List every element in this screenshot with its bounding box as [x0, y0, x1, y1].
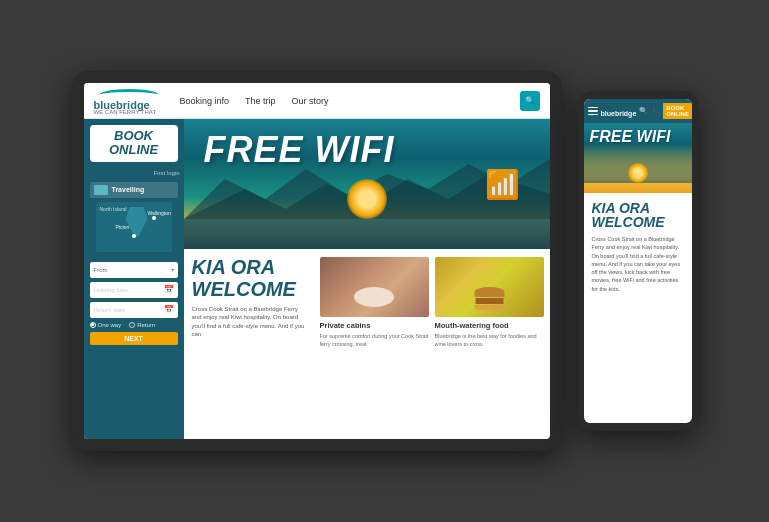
return-date-text: Return date [94, 307, 125, 313]
tablet-device: bluebridge WE CAN FERRY THAT Booking inf… [72, 71, 562, 451]
phone-kia-ora: KIA ORA [592, 201, 684, 215]
phone-welcome: WELCOME [592, 215, 684, 229]
cabin-card-title: Private cabins [320, 321, 429, 330]
nz-map: North Island Picton Wellington [96, 202, 172, 252]
from-select[interactable]: From ▾ [90, 262, 178, 278]
north-island-label: North Island [100, 206, 127, 212]
chevron-down-icon: ▾ [171, 266, 174, 273]
hero-wifi-heading: FREE WIFI [204, 129, 395, 171]
phone-logo-text: bluebridge [601, 110, 637, 117]
book-online-badge[interactable]: BOOK ONLINE [90, 125, 178, 162]
trip-type-radio: One way Return [90, 322, 178, 328]
book-text-line2: ONLINE [96, 143, 172, 157]
main-text-column: KIA ORA WELCOME Cross Cook Strait on a B… [184, 249, 314, 439]
ham-line-3 [588, 114, 598, 116]
kia-ora-text: KIA ORA [192, 257, 306, 277]
food-image [435, 257, 544, 317]
welcome-text: WELCOME [192, 279, 306, 299]
next-button[interactable]: NEXT [90, 332, 178, 345]
bun-bottom [474, 305, 504, 310]
phone-search-icon[interactable]: 🔍 [639, 107, 648, 115]
main-content: BOOK ONLINE First login Travelling North… [84, 119, 550, 439]
card-food: Mouth-watering food Bluebridge is the be… [435, 257, 544, 431]
food-card-title: Mouth-watering food [435, 321, 544, 330]
food-card-text: Bluebridge is the best way for foodies a… [435, 333, 544, 348]
travelling-label: Travelling [112, 186, 145, 193]
picton-label: Picton [116, 224, 130, 230]
hero-sun [347, 179, 387, 219]
logo-subtext: WE CAN FERRY THAT [94, 109, 157, 115]
phone-device: bluebridge 🔍 📞 BOOK ONLINE FREE WIFI KIA… [578, 91, 698, 431]
nav-links: Booking info The trip Our story [180, 96, 520, 106]
leaving-date-text: Leaving date [94, 287, 128, 293]
search-icon[interactable]: 🔍 [520, 91, 540, 111]
travelling-header: Travelling [90, 182, 178, 198]
ham-line-2 [588, 110, 598, 112]
phone-hero-text: FREE WIFI [590, 128, 671, 146]
travelling-section: Travelling North Island Picton Wellingto… [84, 178, 184, 258]
cabin-image [320, 257, 429, 317]
phone-screen: bluebridge 🔍 📞 BOOK ONLINE FREE WIFI KIA… [584, 99, 692, 423]
book-text-line1: BOOK [96, 129, 172, 143]
phone-logo[interactable]: bluebridge [601, 102, 637, 120]
sidebar: BOOK ONLINE First login Travelling North… [84, 119, 184, 439]
phone-nav: bluebridge 🔍 📞 BOOK ONLINE [584, 99, 692, 123]
cabin-card-text: For supreme comfort during your Cook Str… [320, 333, 429, 348]
logo[interactable]: bluebridge WE CAN FERRY THAT [94, 87, 164, 115]
calendar-icon-2: 📅 [164, 305, 174, 314]
calendar-icon: 📅 [164, 285, 174, 294]
hero-image: FREE WIFI 📶 [184, 119, 550, 249]
phone-body-text: Cross Cook Strait on a Bluebridge Ferry … [592, 235, 684, 293]
phone-phone-icon[interactable]: 📞 [651, 107, 660, 115]
return-radio[interactable] [129, 322, 135, 328]
content-area: KIA ORA WELCOME Cross Cook Strait on a B… [184, 249, 550, 439]
first-login-label[interactable]: First login [84, 168, 184, 178]
picton-dot [132, 234, 136, 238]
bun-top [474, 287, 504, 297]
ferry-icon [94, 185, 108, 195]
hero-area: FREE WIFI 📶 KIA ORA WELCOME Cross Cook S… [184, 119, 550, 439]
food-bg [435, 257, 544, 317]
one-way-label: One way [98, 322, 122, 328]
wifi-icon: 📶 [485, 168, 520, 201]
wellington-label: Wellington [148, 210, 171, 216]
nav-our-story[interactable]: Our story [292, 96, 329, 106]
leaving-date[interactable]: Leaving date 📅 [90, 282, 178, 298]
cabin-pillow [354, 287, 394, 307]
one-way-radio[interactable] [90, 322, 96, 328]
one-way-option[interactable]: One way [90, 322, 122, 328]
tablet-nav: bluebridge WE CAN FERRY THAT Booking inf… [84, 83, 550, 119]
nav-booking-info[interactable]: Booking info [180, 96, 230, 106]
scene: bluebridge WE CAN FERRY THAT Booking inf… [0, 0, 769, 522]
phone-hero: FREE WIFI [584, 123, 692, 193]
map-shape [126, 207, 148, 237]
cabin-bg [320, 257, 429, 317]
phone-content: KIA ORA WELCOME Cross Cook Strait on a B… [584, 193, 692, 423]
wellington-dot [152, 216, 156, 220]
return-label: Return [137, 322, 155, 328]
hero-water [184, 219, 550, 249]
bun-fill [475, 298, 503, 304]
nav-the-trip[interactable]: The trip [245, 96, 276, 106]
phone-icons: 🔍 📞 BOOK ONLINE [639, 103, 691, 119]
from-select-text: From [94, 267, 108, 273]
main-body-text: Cross Cook Strait on a Bluebridge Ferry … [192, 305, 306, 339]
return-date[interactable]: Return date 📅 [90, 302, 178, 318]
tablet-screen: bluebridge WE CAN FERRY THAT Booking inf… [84, 83, 550, 439]
hamburger-menu[interactable] [588, 107, 598, 116]
book-online-phone-button[interactable]: BOOK ONLINE [663, 103, 691, 119]
booking-form: From ▾ Leaving date 📅 Return date 📅 [84, 258, 184, 349]
ham-line-1 [588, 107, 598, 109]
return-option[interactable]: Return [129, 322, 155, 328]
phone-hero-sun [628, 163, 648, 183]
card-private-cabins: Private cabins For supreme comfort durin… [320, 257, 429, 431]
burger-icon [472, 287, 507, 312]
cards-area: Private cabins For supreme comfort durin… [314, 249, 550, 439]
